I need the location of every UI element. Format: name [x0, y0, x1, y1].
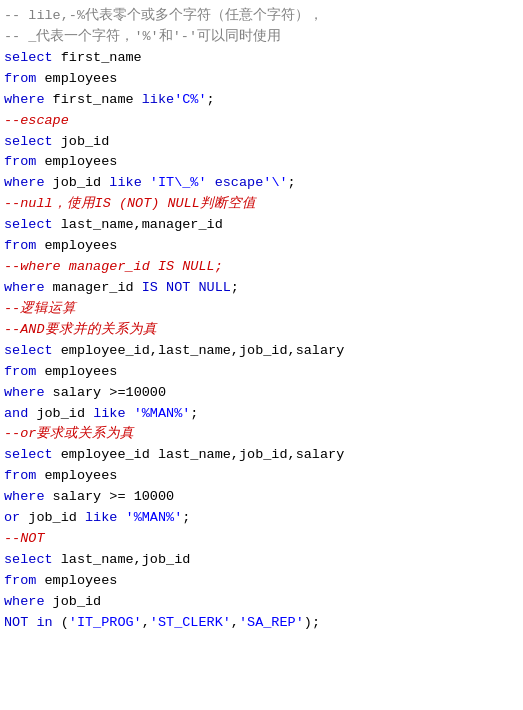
code-line: where salary >= 10000 [4, 487, 519, 508]
code-line: select job_id [4, 132, 519, 153]
code-segment: select [4, 217, 53, 232]
code-segment: select [4, 447, 53, 462]
code-segment: where [4, 489, 45, 504]
code-segment: salary >=10000 [45, 385, 167, 400]
comment-text: --or要求或关系为真 [4, 426, 134, 441]
comment-text: --逻辑运算 [4, 301, 76, 316]
code-segment: and [4, 406, 28, 421]
comment-text: --AND要求并的关系为真 [4, 322, 157, 337]
code-line: from employees [4, 362, 519, 383]
code-line: --where manager_id IS NULL; [4, 257, 519, 278]
code-line: --AND要求并的关系为真 [4, 320, 519, 341]
code-line: select employee_id,last_name,job_id,sala… [4, 341, 519, 362]
code-line: -- lile,-%代表零个或多个字符（任意个字符）， [4, 6, 519, 27]
code-segment: where [4, 92, 45, 107]
code-segment: job_id [45, 175, 110, 190]
code-segment: where [4, 594, 45, 609]
code-segment: , [142, 615, 150, 630]
code-segment: employees [36, 154, 117, 169]
code-segment: ); [304, 615, 320, 630]
code-segment: 'C%' [174, 92, 206, 107]
code-segment: employees [36, 364, 117, 379]
code-segment: where [4, 175, 45, 190]
code-line: from employees [4, 69, 519, 90]
code-line: --逻辑运算 [4, 299, 519, 320]
code-segment [142, 175, 150, 190]
comment-text: --where manager_id IS NULL; [4, 259, 223, 274]
code-segment: ( [53, 615, 69, 630]
code-segment: IS NOT NULL [142, 280, 231, 295]
code-line: from employees [4, 466, 519, 487]
comment-text: --escape [4, 113, 69, 128]
code-segment: job_id [53, 134, 110, 149]
code-segment: 'SA_REP' [239, 615, 304, 630]
code-segment: escape [215, 175, 264, 190]
code-segment: NOT in [4, 615, 53, 630]
code-segment: first_name [45, 92, 142, 107]
code-segment: ; [182, 510, 190, 525]
code-segment: first_name [53, 50, 142, 65]
code-segment: select [4, 343, 53, 358]
code-segment: ; [288, 175, 296, 190]
code-segment: select [4, 50, 53, 65]
code-segment: like [93, 406, 125, 421]
code-segment: from [4, 364, 36, 379]
code-line: NOT in ('IT_PROG','ST_CLERK','SA_REP'); [4, 613, 519, 634]
code-segment: from [4, 71, 36, 86]
code-segment: employees [36, 573, 117, 588]
code-line: --escape [4, 111, 519, 132]
code-segment: '%MAN%' [126, 510, 183, 525]
code-line: and job_id like '%MAN%'; [4, 404, 519, 425]
code-line: --null，使用IS (NOT) NULL判断空值 [4, 194, 519, 215]
code-segment: job_id [20, 510, 85, 525]
code-segment: job_id [28, 406, 93, 421]
code-segment: employee_id,last_name,job_id,salary [53, 343, 345, 358]
comment-text: -- lile,-%代表零个或多个字符（任意个字符）， [4, 8, 323, 23]
code-segment: select [4, 134, 53, 149]
code-line: select last_name,manager_id [4, 215, 519, 236]
code-line: select first_name [4, 48, 519, 69]
code-segment: like [109, 175, 141, 190]
code-segment: last_name,job_id [53, 552, 191, 567]
code-line: where first_name like'C%'; [4, 90, 519, 111]
code-line: where salary >=10000 [4, 383, 519, 404]
code-segment: where [4, 280, 45, 295]
code-segment: , [231, 615, 239, 630]
code-segment: last_name,manager_id [53, 217, 223, 232]
code-segment: from [4, 154, 36, 169]
code-line: where job_id [4, 592, 519, 613]
code-segment: from [4, 468, 36, 483]
code-segment: salary >= 10000 [45, 489, 175, 504]
code-segment: like [85, 510, 117, 525]
comment-text: -- _代表一个字符，'%'和'-'可以同时使用 [4, 29, 281, 44]
code-segment: 'IT_PROG' [69, 615, 142, 630]
code-segment: from [4, 573, 36, 588]
code-segment: where [4, 385, 45, 400]
code-segment: job_id [45, 594, 102, 609]
code-line: where manager_id IS NOT NULL; [4, 278, 519, 299]
code-segment [117, 510, 125, 525]
code-segment: ; [231, 280, 239, 295]
code-line: where job_id like 'IT\_%' escape'\'; [4, 173, 519, 194]
code-line: select last_name,job_id [4, 550, 519, 571]
code-segment: 'IT\_%' [150, 175, 207, 190]
code-segment: employees [36, 468, 117, 483]
code-line: from employees [4, 152, 519, 173]
code-segment [207, 175, 215, 190]
code-segment: employees [36, 71, 117, 86]
code-line: select employee_id last_name,job_id,sala… [4, 445, 519, 466]
code-line: or job_id like '%MAN%'; [4, 508, 519, 529]
code-segment: ; [190, 406, 198, 421]
code-line: from employees [4, 571, 519, 592]
comment-text: --null，使用IS (NOT) NULL判断空值 [4, 196, 256, 211]
code-segment: or [4, 510, 20, 525]
code-segment: from [4, 238, 36, 253]
code-segment: employee_id last_name,job_id,salary [53, 447, 345, 462]
code-segment: like [142, 92, 174, 107]
code-line: --or要求或关系为真 [4, 424, 519, 445]
code-segment: '\' [263, 175, 287, 190]
comment-text: --NOT [4, 531, 45, 546]
code-segment [126, 406, 134, 421]
code-segment: manager_id [45, 280, 142, 295]
code-segment: select [4, 552, 53, 567]
